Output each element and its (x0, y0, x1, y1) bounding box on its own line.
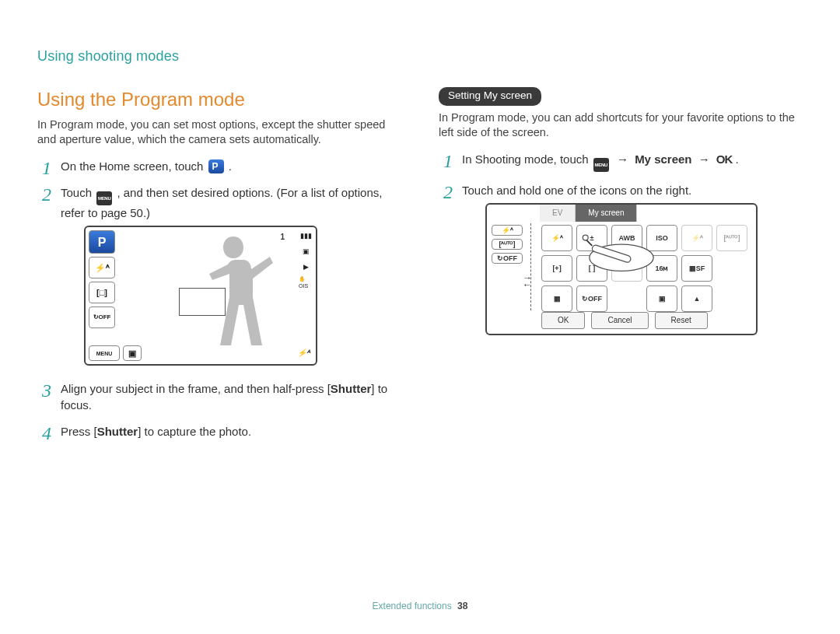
focus-box (179, 288, 226, 316)
photo-mode-icon: ▣ (299, 246, 313, 257)
grid-tile: ↻OFF (576, 285, 607, 312)
ok-icon: OK (716, 152, 733, 166)
grid-tile: ▦ (541, 285, 572, 312)
grid-tile: ↻OFF (611, 255, 642, 282)
grid-tile: 16ᴍ (646, 255, 677, 282)
step-1: On the Home screen, touch . (37, 159, 401, 174)
grid-tile: AWB (611, 225, 642, 251)
intro-left: In Program mode, you can set most option… (37, 117, 401, 148)
menu-icon (593, 158, 609, 172)
page-number: 38 (457, 601, 467, 611)
p-mode-icon: P (89, 230, 115, 254)
movie-mode-icon: ▶ (299, 261, 313, 272)
step-r1: In Shooting mode, touch → My screen → OK… (439, 152, 803, 172)
grid-tile: ▣ (646, 285, 677, 312)
drag-arrows-icon: →← (523, 275, 532, 289)
grid-tile: ⚡ᴬ (681, 225, 712, 251)
grid-tile: ▲ (681, 285, 712, 312)
camera-screen-illustration: P ⚡ᴬ [□] ↻OFF MENU ▣ 1 ▮▮▮ ▣ (84, 226, 317, 366)
divider (530, 223, 531, 310)
flash-indicator: ⚡ᴬ (297, 348, 310, 359)
menu-button: MENU (89, 345, 120, 361)
program-mode-icon (208, 159, 224, 173)
manual-page: Using shooting modes Using the Program m… (0, 0, 840, 634)
slot-focus: [ᴬᵁᵀᴼ] (492, 239, 523, 250)
step-3: Align your subject in the frame, and the… (37, 381, 401, 413)
grid-tile: ▦SF (681, 255, 712, 282)
grid-tile: [ᴬᵁᵀᴼ] (716, 225, 747, 251)
shortcut-grid: ⚡ᴬ ± AWB ISO ⚡ᴬ [ᴬᵁᵀᴼ] [+] [ ] ↻OFF 16ᴍ … (541, 225, 750, 312)
battery-icon: ▮▮▮ (299, 230, 313, 241)
flash-auto-icon: ⚡ᴬ (89, 257, 115, 278)
grid-tile: [+] (541, 255, 572, 282)
display-button: ▣ (123, 345, 142, 361)
grid-tile: ⚡ᴬ (541, 225, 572, 251)
tab-myscreen: My screen (576, 205, 637, 222)
menu-icon (96, 191, 112, 205)
slot-timer: ↻OFF (492, 253, 523, 264)
step-2: Touch , and then set desired options. (F… (37, 185, 401, 366)
cancel-button: Cancel (591, 312, 648, 329)
intro-right: In Program mode, you can add shortcuts f… (439, 110, 803, 141)
tab-ev: EV (540, 205, 576, 222)
steps-right: In Shooting mode, touch → My screen → OK… (439, 152, 803, 335)
breadcrumb: Using shooting modes (37, 47, 803, 65)
grid-tile: ± (576, 225, 607, 251)
focus-area-icon: [□] (89, 282, 115, 303)
timer-off-icon: ↻OFF (89, 306, 115, 328)
section-title: Using the Program mode (37, 87, 401, 112)
step-4: Press [Shutter] to capture the photo. (37, 424, 401, 440)
grid-tile: [ ] (576, 255, 607, 282)
page-footer: Extended functions 38 (0, 600, 840, 612)
shot-counter: 1 (280, 232, 285, 243)
ok-button: OK (541, 312, 585, 329)
reset-button: Reset (655, 312, 708, 329)
subsection-pill: Setting My screen (439, 87, 541, 105)
step-r2: Touch and hold one of the icons on the r… (439, 183, 803, 335)
ois-icon: ✋OIS (299, 277, 313, 288)
steps-left: On the Home screen, touch . Touch , and … (37, 159, 401, 440)
slot-flash: ⚡ᴬ (492, 225, 523, 236)
footer-section: Extended functions (373, 601, 452, 611)
left-column: Using the Program mode In Program mode, … (37, 87, 401, 450)
right-column: Setting My screen In Program mode, you c… (439, 87, 803, 450)
grid-tile: ISO (646, 225, 677, 251)
myscreen-illustration: EV My screen ⚡ᴬ [ᴬᵁᵀᴼ] ↻OFF →← ⚡ᴬ ± (485, 203, 758, 335)
